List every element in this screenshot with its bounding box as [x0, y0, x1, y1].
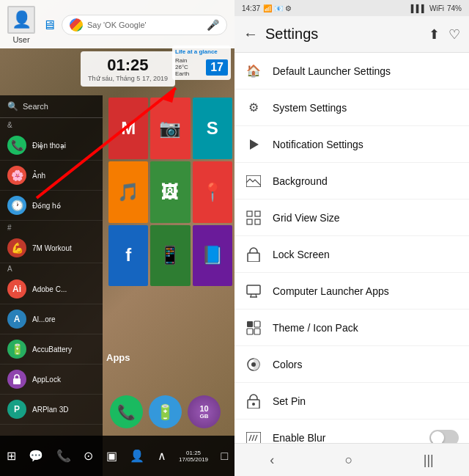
app-icon-photos: 🌸: [7, 166, 26, 185]
app-label-clock: Đồng hồ: [32, 202, 61, 210]
app-label-adobe: Adobe C...: [32, 285, 67, 293]
tile-fb[interactable]: f: [108, 225, 148, 287]
taskbar-icon-4[interactable]: ⊙: [84, 449, 93, 463]
nav-home-button[interactable]: ○: [345, 453, 353, 468]
settings-item-system[interactable]: ⚙ System Settings: [234, 89, 469, 126]
label-system: System Settings: [273, 102, 459, 114]
bottom-app-battery[interactable]: 🔋: [149, 395, 182, 428]
svg-rect-7: [255, 219, 260, 224]
status-time: 14:37: [242, 4, 260, 12]
settings-item-background[interactable]: Background: [234, 163, 469, 199]
settings-item-notification-settings[interactable]: Notification Settings: [234, 126, 469, 163]
app-label-applock: AppLock: [32, 376, 61, 384]
settings-item-colors[interactable]: Colors: [234, 346, 469, 383]
app-drawer: 🔍 Search & 📞 Điện thoại 🌸 Ảnh 🕐 Đồng hồ …: [0, 95, 103, 476]
drawer-search-text: Search: [23, 102, 48, 111]
settings-item-theme[interactable]: Theme / Icon Pack: [234, 310, 469, 346]
gear-icon: ⚙: [245, 99, 262, 117]
status-wifi: WiFi: [429, 4, 444, 12]
tiles-area: M 📷 S 🎵 🖼 📍 f 📱 📘: [106, 95, 234, 352]
tile-gmail[interactable]: M: [108, 98, 148, 159]
date-number: 17: [206, 59, 228, 76]
settings-item-blur[interactable]: Enable Blur: [234, 420, 469, 443]
label-theme: Theme / Icon Pack: [273, 322, 459, 334]
taskbar-person[interactable]: 👤: [130, 449, 144, 463]
label-default-launcher: Default Launcher Settings: [273, 65, 459, 77]
list-item[interactable]: 🕐 Đồng hồ: [0, 191, 103, 221]
app-icon-phone: 📞: [7, 136, 26, 155]
grid-icon: [245, 209, 262, 227]
app-label-arplan: ARPlan 3D: [32, 406, 68, 414]
share-icon[interactable]: ⬆: [429, 26, 440, 43]
left-panel: 👤 User 🖥 Say 'OK Google' 🎤 01:25 Thứ sáu…: [0, 0, 234, 476]
settings-item-computer-launcher[interactable]: Computer Launcher Apps: [234, 273, 469, 310]
nav-back-button[interactable]: ‹: [270, 453, 274, 468]
label-grid: Grid View Size: [273, 212, 459, 224]
tile-red2[interactable]: 📷: [150, 98, 190, 159]
settings-item-setpin[interactable]: Set Pin: [234, 383, 469, 420]
svg-rect-6: [247, 219, 252, 224]
taskbar-icon-5[interactable]: ▣: [106, 449, 117, 463]
user-avatar: 👤: [7, 6, 35, 34]
svg-rect-9: [247, 285, 260, 294]
taskbar-icon-2[interactable]: 💬: [29, 449, 43, 463]
hash-label: &: [0, 118, 103, 131]
settings-item-default-launcher[interactable]: 🏠 Default Launcher Settings: [234, 53, 469, 89]
time-display: 01:25: [88, 56, 168, 75]
theme-icon: [245, 319, 262, 337]
back-button[interactable]: ←: [243, 26, 258, 43]
bottom-app-phone[interactable]: 📞: [110, 395, 143, 428]
tile-maps[interactable]: 📍: [193, 161, 232, 223]
taskbar-icon-3[interactable]: 📞: [56, 449, 71, 463]
list-item[interactable]: 🌸 Ảnh: [0, 161, 103, 191]
app-label-battery: AccuBattery: [32, 345, 72, 354]
svg-rect-14: [254, 321, 260, 327]
taskbar-icon-6[interactable]: ∧: [158, 449, 166, 463]
apps-label: Apps: [106, 352, 130, 363]
svg-rect-16: [254, 329, 260, 334]
settings-item-lock-screen[interactable]: Lock Screen: [234, 236, 469, 273]
tile-photos[interactable]: 🖼: [150, 161, 190, 223]
list-item[interactable]: A Al...ore: [0, 304, 103, 334]
top-bar-left: 👤 User 🖥 Say 'OK Google' 🎤: [0, 0, 234, 48]
nav-recents-button[interactable]: |||: [424, 453, 434, 468]
list-item[interactable]: P ARPlan 3D: [0, 395, 103, 425]
favorite-icon[interactable]: ♡: [448, 26, 460, 43]
weather-info: Rain 26°C Earth: [175, 57, 189, 77]
taskbar-icon-notifications[interactable]: □: [221, 450, 229, 463]
status-icons: 📶 📧 ⚙: [263, 4, 292, 12]
tile-purple[interactable]: 📘: [193, 225, 232, 287]
list-item[interactable]: 💪 7M Workout: [0, 233, 103, 263]
letter-a: A: [0, 263, 103, 274]
computer-launcher-icon: [245, 282, 262, 300]
battery-bar: 74%: [447, 4, 462, 12]
drawer-search[interactable]: 🔍 Search: [0, 95, 103, 118]
google-logo: [70, 18, 83, 32]
right-panel: 14:37 📶 📧 ⚙ ▌▌▌ WiFi 74% ← Settings ⬆ ♡ …: [234, 0, 469, 476]
tile-whatsapp[interactable]: 📱: [150, 225, 190, 287]
list-item[interactable]: 🔋 AccuBattery: [0, 334, 103, 365]
tile-orange[interactable]: 🎵: [108, 161, 148, 223]
list-item[interactable]: Ai Adobe C...: [0, 274, 103, 304]
svg-rect-13: [247, 321, 253, 327]
taskbar-icon-1[interactable]: ⊞: [7, 449, 16, 463]
bottom-bar-left: ⊞ 💬 📞 ⊙ ▣ 👤 ∧ 01:25 17/05/2019 □: [0, 436, 234, 476]
app-label-al: Al...ore: [32, 315, 56, 323]
bottom-apps: 📞 🔋 10 GB: [106, 392, 234, 432]
home-icon: 🏠: [245, 62, 262, 80]
search-bar[interactable]: Say 'OK Google' 🎤: [62, 15, 227, 35]
settings-item-grid[interactable]: Grid View Size: [234, 199, 469, 236]
app-icon-workout: 💪: [7, 238, 26, 257]
glance-widget: Life at a glance Rain 26°C Earth 17: [172, 45, 231, 80]
status-right: ▌▌▌ WiFi 74%: [411, 4, 462, 12]
svg-rect-8: [248, 253, 259, 262]
tile-skype[interactable]: S: [193, 98, 232, 159]
list-item[interactable]: 📞 Điện thoại: [0, 131, 103, 161]
svg-point-20: [252, 403, 255, 406]
bottom-app-gb[interactable]: 10 GB: [188, 395, 221, 428]
toggle-blur[interactable]: [429, 430, 459, 444]
app-icon-battery: 🔋: [7, 340, 26, 359]
app-label-phone: Điện thoại: [32, 142, 66, 150]
list-item[interactable]: AppLock: [0, 365, 103, 395]
app-icon-adobe: Ai: [7, 279, 26, 299]
